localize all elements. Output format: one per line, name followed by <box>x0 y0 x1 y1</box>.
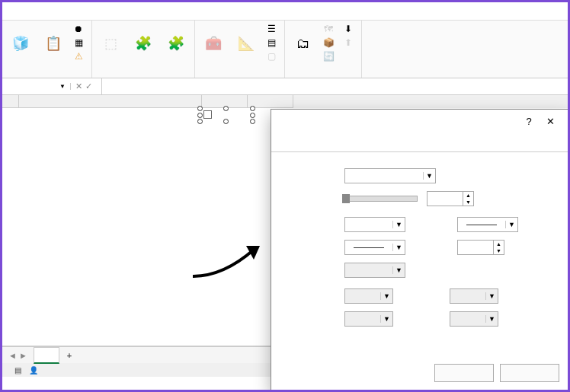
map-properties-button[interactable]: 🗺 <box>321 22 338 36</box>
chevron-down-icon: ▼ <box>423 172 435 180</box>
addins-button[interactable]: ⬚ <box>95 22 126 66</box>
connector-combo: ▼ <box>344 263 405 278</box>
record-macro-button[interactable]: ⏺ <box>71 22 88 36</box>
dialog-tabs <box>271 132 568 152</box>
help-button[interactable]: ? <box>518 116 540 127</box>
run-dialog-button[interactable]: ▢ <box>264 49 281 63</box>
ok-button[interactable] <box>434 364 494 382</box>
grid-icon: ▦ <box>73 37 84 48</box>
use-relative-refs-button[interactable]: ▦ <box>71 36 88 49</box>
list-icon: ☰ <box>266 24 277 34</box>
design-mode-button[interactable]: 📐 <box>231 22 261 66</box>
menu-bar <box>2 2 568 21</box>
line-color-combo[interactable]: ▼ <box>344 217 405 232</box>
new-sheet-button[interactable]: + <box>59 351 79 360</box>
line-style-combo[interactable]: ▼ <box>457 217 518 232</box>
fill-color-combo[interactable]: ▼ <box>344 168 436 183</box>
formula-bar-input[interactable] <box>101 78 568 94</box>
check-icon[interactable]: ✓ <box>85 81 92 91</box>
ribbon-group-controls: 🧰 📐 ☰ ▤ ▢ <box>195 21 285 78</box>
export-button[interactable]: ⬆ <box>341 36 358 49</box>
import-button[interactable]: ⬇ <box>341 22 358 36</box>
chevron-down-icon: ▼ <box>59 83 66 90</box>
com-addins-button[interactable]: 🧩 <box>161 22 191 66</box>
refresh-icon: 🔄 <box>323 51 334 62</box>
ribbon-group-xml: 🗂 🗺 📦 🔄 ⬇ ⬆ <box>285 21 362 78</box>
properties-button[interactable]: ☰ <box>264 22 281 36</box>
transparency-slider[interactable] <box>344 196 418 202</box>
refresh-data-button[interactable]: 🔄 <box>321 49 338 63</box>
transparency-spinner[interactable]: ▲▼ <box>427 191 474 206</box>
shield-icon: ⚠ <box>73 51 84 62</box>
view-code-button[interactable]: ▤ <box>264 36 281 49</box>
ribbon: 🧊 📋 ⏺ ▦ ⚠ ⬚ 🧩 🧩 🧰 📐 ☰ ▤ ▢ <box>2 21 568 78</box>
pack-icon: 📦 <box>323 37 334 48</box>
selected-checkbox-shape[interactable] <box>200 109 252 121</box>
close-button[interactable]: ✕ <box>540 116 561 127</box>
macro-security-button[interactable]: ⚠ <box>71 49 88 63</box>
export-icon: ⬆ <box>343 37 354 48</box>
dialog-icon: ▢ <box>266 51 277 62</box>
expansion-packs-button[interactable]: 📦 <box>321 36 338 49</box>
times-icon[interactable]: ✕ <box>75 81 82 91</box>
sheet-tab-sheet1[interactable] <box>34 347 59 364</box>
line-dashed-combo[interactable]: ▼ <box>344 240 405 255</box>
cancel-button[interactable] <box>500 364 559 382</box>
end-size-combo: ▼ <box>450 311 498 327</box>
code-icon: ▤ <box>266 37 277 48</box>
ribbon-group-addins: ⬚ 🧩 🧩 <box>92 21 195 78</box>
col-header-a[interactable] <box>19 95 202 108</box>
insert-control-button[interactable]: 🧰 <box>198 22 229 66</box>
source-button[interactable]: 🗂 <box>288 22 319 66</box>
name-formula-bar: ▼ ✕✓ <box>2 78 568 95</box>
line-weight-spinner[interactable]: ▲▼ <box>457 240 504 255</box>
format-control-dialog: ? ✕ ▼ ▲▼ ▼ ▼ ▼ ▲▼ <box>271 109 569 390</box>
ribbon-group-code: 🧊 📋 ⏺ ▦ ⚠ <box>2 21 92 78</box>
name-box[interactable]: ▼ <box>2 83 71 90</box>
select-all-corner[interactable] <box>2 95 19 108</box>
formula-icons: ✕✓ <box>71 81 97 91</box>
accessibility-status[interactable]: 👤 <box>29 366 38 374</box>
begin-style-combo: ▼ <box>344 288 393 304</box>
visual-basic-button[interactable]: 🧊 <box>5 22 36 66</box>
status-icon: ▤ <box>14 366 21 374</box>
tab-nav[interactable]: ◄ ► <box>2 351 34 360</box>
import-icon: ⬇ <box>343 24 354 34</box>
end-style-combo: ▼ <box>450 288 498 304</box>
macros-button[interactable]: 📋 <box>38 22 69 66</box>
map-icon: 🗺 <box>323 24 334 34</box>
record-icon: ⏺ <box>73 24 84 34</box>
excel-addins-button[interactable]: 🧩 <box>128 22 159 66</box>
begin-size-combo: ▼ <box>344 311 393 327</box>
